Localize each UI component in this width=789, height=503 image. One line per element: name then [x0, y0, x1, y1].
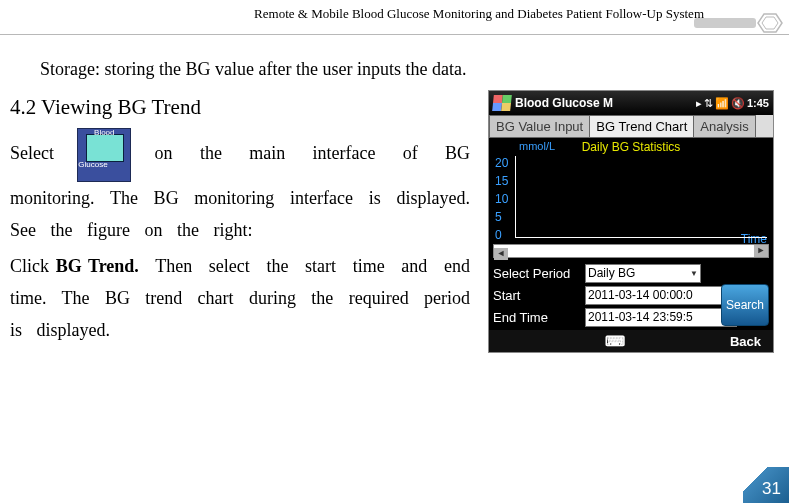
scroll-right-icon[interactable]: ►	[754, 245, 768, 257]
tab-bg-trend-chart[interactable]: BG Trend Chart	[589, 115, 694, 137]
blood-glucose-icon-label: Blood Glucose	[78, 117, 130, 181]
ytick-15: 15	[495, 174, 508, 188]
signal-icon: 📶	[715, 97, 729, 110]
p1-before: Select	[10, 143, 54, 163]
search-button[interactable]: Search	[721, 284, 769, 326]
p2-before: Click	[10, 256, 56, 276]
end-datetime[interactable]: 2011-03-14 23:59:5 ▼	[585, 308, 737, 327]
ytick-10: 10	[495, 192, 508, 206]
hex-icon	[757, 12, 783, 34]
period-label: Select Period	[493, 266, 579, 281]
x-axis-line	[515, 237, 767, 238]
keyboard-icon[interactable]: ⌨	[605, 333, 625, 349]
tab-analysis[interactable]: Analysis	[693, 115, 755, 137]
blood-glucose-icon: Blood Glucose	[77, 128, 131, 182]
period-select[interactable]: Daily BG ▼	[585, 264, 701, 283]
controls-panel: Select Period Daily BG ▼ Start 2011-03-1…	[489, 260, 773, 330]
tab-bar: BG Value Input BG Trend Chart Analysis	[489, 115, 773, 138]
y-axis-line	[515, 156, 516, 238]
end-value: 2011-03-14 23:59:5	[588, 310, 693, 324]
y-axis-unit: mmol/L	[519, 140, 555, 152]
p2-bold: BG Trend.	[56, 256, 139, 276]
speaker-icon: 🔇	[731, 97, 745, 110]
start-value: 2011-03-14 00:00:0	[588, 288, 693, 302]
storage-text: Storage: storing the BG value after the …	[40, 53, 774, 85]
end-label: End Time	[493, 310, 579, 325]
network-icon: ⇅	[704, 97, 713, 110]
page-number: 31	[762, 479, 781, 499]
device-screenshot: Blood Glucose M ▸ ⇅ 📶 🔇 1:45 BG Value In…	[488, 90, 774, 353]
ytick-0: 0	[495, 228, 502, 242]
svg-marker-1	[762, 17, 778, 29]
back-button[interactable]: Back	[730, 334, 761, 349]
paragraph-1: Select Blood Glucose on the main interfa…	[10, 128, 470, 246]
start-label: Start	[493, 288, 579, 303]
windows-start-icon[interactable]	[492, 95, 512, 111]
device-titlebar: Blood Glucose M ▸ ⇅ 📶 🔇 1:45	[489, 91, 773, 115]
period-value: Daily BG	[588, 266, 635, 280]
ytick-5: 5	[495, 210, 502, 224]
tab-bg-value-input[interactable]: BG Value Input	[489, 115, 590, 137]
scroll-left-icon[interactable]: ◄	[494, 248, 508, 260]
start-datetime[interactable]: 2011-03-14 00:00:0 ▼	[585, 286, 737, 305]
page-header-title: Remote & Mobile Blood Glucose Monitoring…	[254, 6, 704, 22]
paragraph-2: Click BG Trend. Then select the start ti…	[10, 250, 470, 346]
status-icon: ▸	[696, 97, 702, 110]
ytick-20: 20	[495, 156, 508, 170]
chevron-down-icon: ▼	[690, 269, 698, 278]
device-title: Blood Glucose M	[515, 96, 613, 110]
header-decoration	[694, 10, 789, 34]
chart-scrollbar[interactable]: ◄ ►	[493, 244, 769, 258]
chart-area: Daily BG Statistics mmol/L Time 20 15 10…	[489, 138, 773, 260]
softkey-bar: ⌨ Back	[489, 330, 773, 352]
clock: 1:45	[747, 97, 769, 109]
